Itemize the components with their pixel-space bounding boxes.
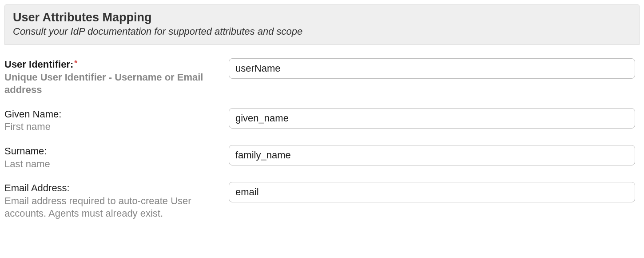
given-name-input[interactable]: [229, 108, 635, 129]
label-col: Email Address: Email address required to…: [4, 182, 229, 220]
label-col: Given Name: First name: [4, 108, 229, 133]
input-col: [229, 145, 640, 165]
required-asterisk-icon: *: [74, 59, 77, 68]
label-col: Surname: Last name: [4, 145, 229, 170]
surname-input[interactable]: [229, 145, 635, 165]
surname-hint: Last name: [4, 158, 220, 171]
label-text: User Identifier:: [4, 59, 73, 70]
email-address-hint: Email address required to auto-create Us…: [4, 195, 220, 220]
panel-title: User Attributes Mapping: [13, 10, 631, 24]
row-given-name: Given Name: First name: [4, 108, 640, 133]
email-address-label: Email Address:: [4, 182, 220, 195]
input-col: [229, 182, 640, 202]
row-email-address: Email Address: Email address required to…: [4, 182, 640, 220]
panel-header: User Attributes Mapping Consult your IdP…: [4, 4, 640, 45]
form-body: User Identifier:* Unique User Identifier…: [0, 45, 644, 220]
surname-label: Surname:: [4, 145, 220, 158]
email-address-input[interactable]: [229, 182, 635, 202]
label-col: User Identifier:* Unique User Identifier…: [4, 58, 229, 97]
input-col: [229, 58, 640, 79]
given-name-hint: First name: [4, 121, 220, 133]
given-name-label: Given Name:: [4, 108, 220, 121]
input-col: [229, 108, 640, 129]
row-surname: Surname: Last name: [4, 145, 640, 170]
row-user-identifier: User Identifier:* Unique User Identifier…: [4, 58, 640, 97]
user-identifier-label: User Identifier:*: [4, 58, 220, 71]
user-identifier-input[interactable]: [229, 58, 635, 79]
panel-subtitle: Consult your IdP documentation for suppo…: [13, 25, 631, 38]
user-identifier-hint: Unique User Identifier - Username or Ema…: [4, 71, 220, 97]
